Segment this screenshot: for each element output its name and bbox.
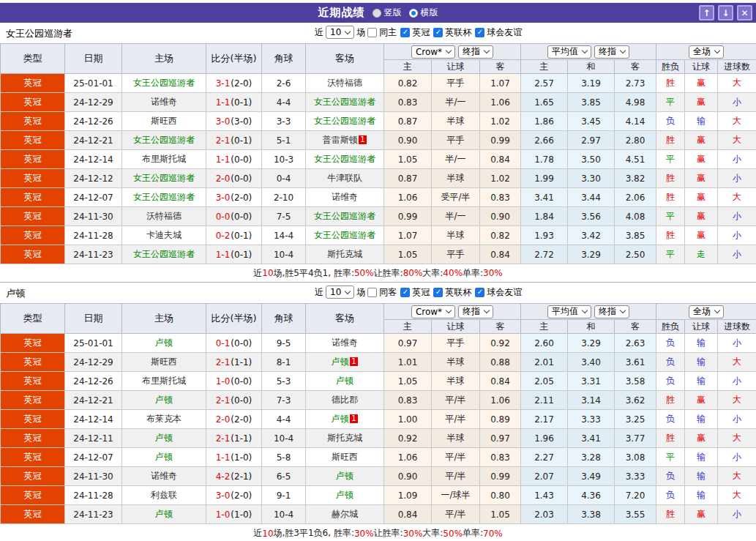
scope-select[interactable]: 全场 [689, 305, 724, 318]
halftime-score: (0-0) [231, 154, 252, 165]
home-team-cell[interactable]: 女王公园巡游者 [122, 245, 206, 264]
avg-away-cell: 3.77 [615, 429, 656, 448]
away-team-cell[interactable]: 斯旺西 [306, 448, 384, 467]
home-team-cell[interactable]: 布里斯托城 [122, 150, 206, 169]
avg-away-cell: 4.14 [615, 112, 656, 131]
avg-select[interactable]: 平均值 [547, 45, 591, 59]
away-team-cell[interactable]: 诺维奇 [306, 188, 384, 207]
odds-company-select[interactable]: Crow* [411, 45, 455, 59]
halftime-score: (0-1) [231, 135, 252, 146]
avg-draw-cell: 3.30 [568, 169, 615, 188]
league-label: 球会友谊 [487, 286, 522, 299]
away-team-cell[interactable]: 赫尔城 [306, 505, 384, 524]
home-team-cell[interactable]: 斯旺西 [122, 353, 206, 372]
away-team-cell[interactable]: 诺维奇 [306, 334, 384, 353]
home-team-cell[interactable]: 卡迪夫城 [122, 226, 206, 245]
radio-checked-icon[interactable] [409, 9, 418, 18]
halftime-score: (0-0) [231, 212, 252, 222]
home-team-cell[interactable]: 利兹联 [122, 486, 206, 505]
away-team-cell[interactable]: 卢顿 [306, 467, 384, 486]
handicap-result-cell: 走 [685, 245, 718, 264]
radio-unchecked-icon[interactable] [373, 9, 381, 18]
chevron-down-icon [484, 48, 490, 53]
handicap-cell: 半球 [432, 112, 480, 131]
halftime-score: (1-1) [231, 357, 252, 367]
away-team-cell[interactable]: 卢顿 [306, 486, 384, 505]
away-team-cell[interactable]: 卢顿1 [306, 410, 384, 429]
league-checkbox-efl-cup[interactable] [433, 28, 443, 37]
same-venue-checkbox[interactable] [367, 28, 377, 37]
table-row: 英冠 25-01-01 女王公园巡游者 3-1(2-0) 2-6 沃特福德 0.… [1, 74, 756, 93]
home-team-cell[interactable]: 女王公园巡游者 [122, 169, 206, 188]
handicap-result-cell: 赢 [685, 131, 718, 150]
home-team-cell[interactable]: 卢顿 [122, 448, 206, 467]
avg-select[interactable]: 平均值 [547, 305, 591, 318]
away-team-cell[interactable]: 普雷斯顿1 [306, 131, 384, 150]
away-team-cell[interactable]: 女王公园巡游者 [306, 207, 384, 226]
avg-final-select[interactable]: 终指 [594, 305, 629, 318]
away-team-cell[interactable]: 斯托克城 [306, 245, 384, 264]
away-team-cell[interactable]: 德比郡 [306, 391, 384, 410]
away-team-cell[interactable]: 女王公园巡游者 [306, 226, 384, 245]
avg-away-cell: 4.08 [615, 207, 656, 226]
avg-home-cell: 2.27 [521, 448, 568, 467]
league-checkbox-championship[interactable] [400, 28, 410, 37]
summary-text: 10 [262, 268, 273, 278]
corner-cell: 2-10 [262, 188, 306, 207]
close-button[interactable]: ✕ [737, 5, 752, 20]
move-down-button[interactable]: ↓ [718, 5, 733, 20]
avg-home-cell: 2.72 [521, 245, 568, 264]
away-team-cell[interactable]: 卢顿 [306, 372, 384, 391]
home-team-cell[interactable]: 卢顿 [122, 505, 206, 524]
home-team-cell[interactable]: 女王公园巡游者 [122, 74, 206, 93]
league-checkbox-friendly[interactable] [475, 28, 484, 37]
league-checkbox-championship[interactable] [400, 288, 410, 297]
date-cell: 24-11-23 [65, 245, 122, 264]
results-table: 类型 日期 主场 比分(半场) 角球 客场 Crow* 终指 平均值 终指 [0, 43, 756, 264]
home-team-cell[interactable]: 女王公园巡游者 [122, 188, 206, 207]
home-team-cell[interactable]: 卢顿 [122, 429, 206, 448]
odds-final-select[interactable]: 终指 [458, 45, 493, 59]
away-team-cell[interactable]: 女王公园巡游者 [306, 150, 384, 169]
handicap-result-cell: 赢 [685, 207, 718, 226]
col-handicap-result: 让球 [685, 320, 718, 334]
team-name: 布里斯托城 [142, 154, 186, 164]
league-checkbox-efl-cup[interactable] [433, 288, 443, 297]
team-name: 诺维奇 [151, 471, 177, 481]
match-count-select[interactable]: 10 [326, 26, 354, 39]
odds-final-select[interactable]: 终指 [458, 305, 493, 318]
summary-text: 30% [483, 268, 503, 278]
avg-away-cell: 3.61 [615, 353, 656, 372]
home-team-cell[interactable]: 女王公园巡游者 [122, 131, 206, 150]
home-team-cell[interactable]: 诺维奇 [122, 467, 206, 486]
odds-company-select[interactable]: Crow* [411, 305, 455, 318]
home-team-cell[interactable]: 布莱克本 [122, 410, 206, 429]
avg-final-select[interactable]: 终指 [594, 45, 629, 59]
away-team-cell[interactable]: 牛津联队 [306, 169, 384, 188]
away-team-cell[interactable]: 卢顿1 [306, 353, 384, 372]
home-team-cell[interactable]: 斯旺西 [122, 112, 206, 131]
halftime-score: (2-1) [231, 471, 252, 482]
away-team-cell[interactable]: 斯托克城 [306, 429, 384, 448]
team-name: 卢顿 [332, 357, 349, 367]
home-team-cell[interactable]: 布里斯托城 [122, 372, 206, 391]
same-venue-checkbox[interactable] [367, 288, 377, 297]
away-team-cell[interactable]: 沃特福德 [306, 74, 384, 93]
move-up-button[interactable]: ↑ [699, 5, 714, 20]
league-checkbox-friendly[interactable] [475, 288, 484, 297]
avg-home-cell: 2.01 [521, 353, 568, 372]
league-cell: 英冠 [1, 391, 65, 410]
home-team-cell[interactable]: 诺维奇 [122, 93, 206, 112]
home-team-cell[interactable]: 卢顿 [122, 334, 206, 353]
home-team-cell[interactable]: 沃特福德 [122, 207, 206, 226]
scope-select[interactable]: 全场 [689, 45, 724, 59]
away-team-cell[interactable]: 女王公园巡游者 [306, 112, 384, 131]
team-name: 斯旺西 [151, 116, 177, 126]
layout-radio-vertical[interactable]: 竖版 [373, 7, 402, 19]
radio-vertical-label: 竖版 [384, 7, 402, 19]
match-count-select[interactable]: 10 [326, 286, 354, 299]
away-team-cell[interactable]: 女王公园巡游者 [306, 93, 384, 112]
layout-radio-horizontal[interactable]: 横版 [409, 7, 438, 19]
home-team-cell[interactable]: 卢顿 [122, 391, 206, 410]
date-cell: 25-01-01 [65, 74, 122, 93]
